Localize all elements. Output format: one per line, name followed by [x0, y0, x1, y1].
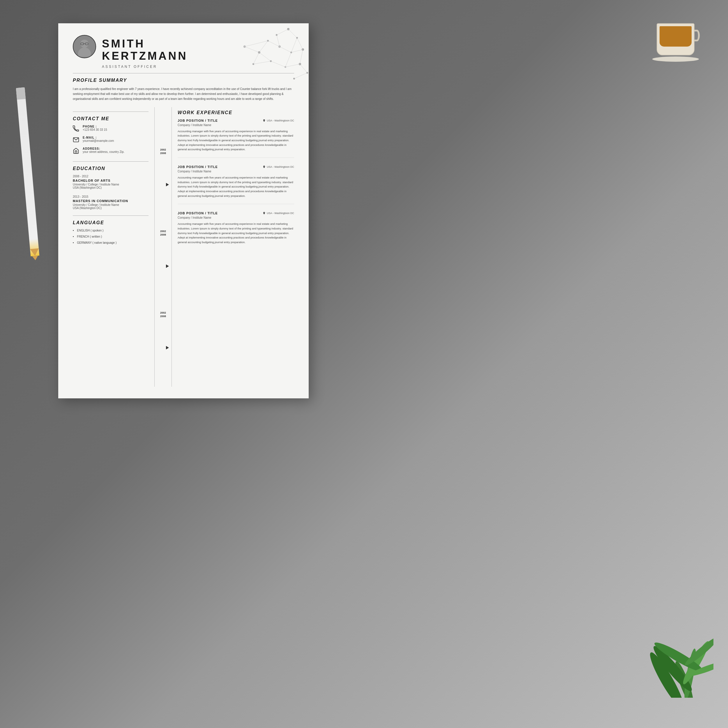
work-entry-1: JOB POSITION / TITLE USA - Washingtoon D…: [177, 119, 294, 158]
address-contact-item: ADDRESS: your street address, country Zi…: [73, 147, 148, 154]
header-divider: [73, 73, 294, 73]
pencil-decoration: [16, 87, 39, 256]
language-divider: [73, 216, 148, 216]
work-experience-title: WORK EXPERIENCE: [177, 110, 294, 115]
job-title: ASSISTANT OFFICER: [102, 65, 188, 69]
edu-location-2: USA (Washington DC): [73, 206, 148, 210]
profile-section-title: PROFILE SUMMARY: [73, 78, 294, 83]
address-icon: [73, 148, 79, 154]
edu-years-2: 2013 - 2015: [73, 195, 148, 198]
work-company-2: Company / Institute Name: [177, 170, 294, 173]
language-item-3: • GERMANY ( native language ): [73, 241, 148, 244]
profile-text: I am a professionally qualified fire eng…: [73, 87, 294, 101]
edu-location-1: USA (Washington DC): [73, 186, 148, 189]
desk-background: SMITH KERTZMANN ASSISTANT OFFICER PROFIL…: [0, 0, 728, 728]
two-column-layout: CONTACT ME PHONE : +123 654 30 33 15: [58, 107, 309, 387]
work-company-1: Company / Institute Name: [177, 124, 294, 127]
contact-divider: [73, 112, 148, 112]
first-name: SMITH: [102, 38, 188, 50]
email-contact-item: E-MAIL : yourmail@example.com: [73, 136, 148, 143]
edu-institute-2: University / College / Institute Name: [73, 203, 148, 206]
timeline-year-1-start: 2002 2008: [160, 148, 166, 155]
education-divider: [73, 161, 148, 162]
svg-point-44: [78, 47, 91, 57]
phone-icon: [73, 125, 79, 132]
timeline-arrow-2: [166, 265, 169, 268]
language-section-title: LANGUAGE: [73, 220, 148, 225]
education-item-1: 2008 - 2012 BACHELOR OF ARTS University …: [73, 175, 148, 189]
language-bullet-3: •: [73, 241, 74, 244]
contact-section: CONTACT ME PHONE : +123 654 30 33 15: [73, 112, 148, 154]
work-position-1: JOB POSITION / TITLE: [177, 119, 218, 122]
coffee-cup-decoration: [657, 23, 699, 62]
location-icon-2: [263, 165, 266, 168]
language-bullet-1: •: [73, 229, 74, 232]
education-item-2: 2013 - 2015 MASTERS IN COMMUNICATION Uni…: [73, 195, 148, 210]
center-timeline: 2002 2008 2002 2008 2002: [154, 107, 172, 387]
phone-label: PHONE :: [83, 125, 107, 128]
email-label: E-MAIL :: [83, 136, 114, 139]
right-column: WORK EXPERIENCE JOB POSITION / TITLE USA…: [172, 107, 294, 387]
edu-degree-2: MASTERS IN COMMUNICATION: [73, 199, 148, 203]
work-position-2: JOB POSITION / TITLE: [177, 165, 218, 168]
work-desc-2: Accounting manager with five years of ac…: [177, 175, 294, 198]
edu-years-1: 2008 - 2012: [73, 175, 148, 178]
work-position-3: JOB POSITION / TITLE: [177, 211, 218, 215]
contact-section-title: CONTACT ME: [73, 116, 148, 121]
name-section: SMITH KERTZMANN ASSISTANT OFFICER: [102, 38, 188, 69]
resume-document: SMITH KERTZMANN ASSISTANT OFFICER PROFIL…: [58, 23, 309, 398]
timeline-year-3-start: 2002 2008: [160, 311, 166, 318]
address-label: ADDRESS:: [83, 147, 124, 150]
phone-value: +123 654 30 33 15: [83, 128, 107, 132]
edu-degree-1: BACHELOR OF ARTS: [73, 179, 148, 182]
location-icon-3: [263, 211, 266, 215]
work-entry-2: JOB POSITION / TITLE USA - Washingtoon D…: [177, 165, 294, 204]
edu-institute-1: University / College / Institute Name: [73, 183, 148, 186]
work-desc-1: Accounting manager with five years of ac…: [177, 129, 294, 152]
language-bullet-2: •: [73, 235, 74, 238]
resume-header: SMITH KERTZMANN ASSISTANT OFFICER PROFIL…: [58, 23, 309, 107]
work-entry-3: JOB POSITION / TITLE USA - Washingtoon D…: [177, 211, 294, 250]
language-item-2: • FRENCH ( written ): [73, 235, 148, 238]
avatar: [73, 35, 96, 58]
timeline-year-2-start: 2002 2008: [160, 229, 166, 237]
education-section: EDUCATION 2008 - 2012 BACHELOR OF ARTS U…: [73, 161, 148, 210]
location-icon-1: [263, 119, 266, 122]
timeline-arrow-1: [166, 183, 169, 187]
address-value: your street address, country Zip.: [83, 150, 124, 153]
work-company-3: Company / Institute Name: [177, 216, 294, 219]
work-location-3: USA - Washingtoon DC: [263, 211, 294, 215]
plant-decoration: [632, 581, 713, 699]
left-column: CONTACT ME PHONE : +123 654 30 33 15: [73, 107, 154, 387]
work-location-1: USA - Washingtoon DC: [263, 119, 294, 122]
work-desc-3: Accounting manager with five years of ac…: [177, 222, 294, 244]
phone-contact-item: PHONE : +123 654 30 33 15: [73, 125, 148, 132]
language-section: LANGUAGE • ENGLISH ( spoken ) • FRENCH (…: [73, 216, 148, 244]
email-value: yourmail@example.com: [83, 139, 114, 142]
education-section-title: EDUCATION: [73, 166, 148, 171]
work-location-2: USA - Washingtoon DC: [263, 165, 294, 168]
timeline-arrow-3: [166, 346, 169, 349]
language-item-1: • ENGLISH ( spoken ): [73, 229, 148, 232]
email-icon: [73, 136, 79, 143]
last-name: KERTZMANN: [102, 50, 188, 62]
